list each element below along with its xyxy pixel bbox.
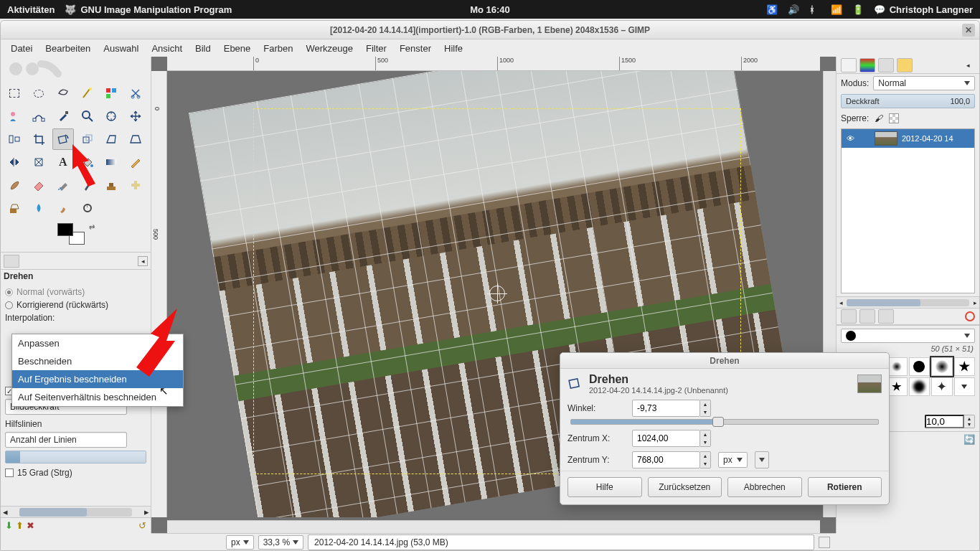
- brush-cell[interactable]: ✦: [931, 377, 953, 396]
- brushes-tab[interactable]: [841, 309, 857, 324]
- guides-count-slider[interactable]: [5, 451, 146, 463]
- layers-list[interactable]: 👁 2012-04-20 14: [841, 128, 975, 293]
- tool-pencil[interactable]: [125, 151, 146, 173]
- activities-button[interactable]: Aktivitäten: [7, 4, 55, 15]
- canvas-hscrollbar[interactable]: [167, 520, 820, 533]
- clipping-option-crop-aspect[interactable]: Auf Seitenverhältnis beschneiden: [12, 388, 183, 406]
- layer-name[interactable]: 2012-04-20 14: [902, 134, 953, 143]
- fg-bg-swatches[interactable]: ⇄: [4, 219, 148, 248]
- tool-paths[interactable]: [28, 105, 50, 127]
- tool-opts-delete-icon[interactable]: ✖: [27, 520, 34, 531]
- tool-perspective-clone[interactable]: [4, 197, 25, 219]
- center-y-spin-buttons[interactable]: ▲▼: [700, 451, 711, 468]
- menu-filters[interactable]: Filter: [360, 41, 392, 56]
- channels-tab[interactable]: [859, 58, 875, 72]
- bluetooth-icon[interactable]: ᚼ: [809, 4, 819, 14]
- window-close-button[interactable]: ✕: [962, 24, 975, 37]
- tool-by-color-select[interactable]: [100, 83, 122, 104]
- tool-eraser[interactable]: [28, 174, 50, 196]
- brush-refresh-icon[interactable]: 🔄: [963, 434, 975, 445]
- tool-measure[interactable]: [100, 105, 122, 127]
- brush-cell[interactable]: [909, 357, 930, 376]
- direction-normal-radio[interactable]: Normal (vorwärts): [5, 286, 146, 298]
- tool-opts-reset-icon[interactable]: ↺: [138, 520, 146, 531]
- brush-cell[interactable]: [954, 377, 976, 396]
- wifi-icon[interactable]: 📶: [831, 4, 841, 14]
- dialog-rotate-button[interactable]: Rotieren: [808, 477, 882, 497]
- layers-hscroll[interactable]: ◂▸: [837, 296, 979, 308]
- fg-color-swatch[interactable]: [57, 223, 73, 236]
- tool-color-picker[interactable]: [52, 105, 74, 127]
- undo-history-tab[interactable]: [897, 58, 913, 72]
- layer-mode-combo[interactable]: Normal: [873, 76, 975, 90]
- tool-cage[interactable]: [28, 151, 50, 173]
- status-cancel-button[interactable]: [819, 537, 830, 548]
- tool-heal[interactable]: [125, 174, 146, 196]
- menu-view[interactable]: Ansicht: [146, 41, 188, 56]
- angle-slider[interactable]: [570, 419, 879, 425]
- menu-layer[interactable]: Ebene: [218, 41, 257, 56]
- menu-file[interactable]: Datei: [5, 41, 38, 56]
- dock-menu-button[interactable]: ◂: [966, 62, 975, 69]
- rotate-dialog[interactable]: Drehen Drehen 2012-04-20 14.14.14.jpg-2 …: [560, 352, 890, 505]
- tool-foreground-select[interactable]: [4, 105, 25, 127]
- angle-input[interactable]: [632, 400, 700, 417]
- tool-iscissors[interactable]: [125, 83, 146, 104]
- tool-opts-restore-icon[interactable]: ⬆: [16, 520, 24, 531]
- clock[interactable]: Mo 16:40: [470, 4, 510, 15]
- menu-image[interactable]: Bild: [189, 41, 217, 56]
- ruler-horizontal[interactable]: 0 500 1000 1500 2000: [167, 57, 820, 71]
- tool-flip[interactable]: [4, 151, 25, 173]
- battery-icon[interactable]: 🔋: [852, 4, 862, 14]
- menu-select[interactable]: Auswahl: [98, 41, 144, 56]
- tool-crop[interactable]: [28, 128, 50, 150]
- ruler-vertical[interactable]: 0 500: [151, 71, 167, 517]
- status-unit-combo[interactable]: px: [226, 535, 254, 550]
- tool-dodge-burn[interactable]: [77, 197, 98, 219]
- center-y-input[interactable]: [632, 451, 700, 468]
- tool-fuzzy-select[interactable]: [77, 83, 98, 104]
- angle-spin-buttons[interactable]: ▲▼: [700, 400, 711, 417]
- tool-move[interactable]: [125, 105, 146, 127]
- gimp-app-indicator[interactable]: 🐺 GNU Image Manipulation Program: [65, 4, 232, 15]
- brush-selector[interactable]: [841, 329, 975, 343]
- tool-free-select[interactable]: [52, 83, 74, 104]
- layer-row[interactable]: 👁 2012-04-20 14: [842, 129, 974, 148]
- tool-ellipse-select[interactable]: [28, 83, 50, 104]
- center-x-spin-buttons[interactable]: ▲▼: [700, 430, 711, 447]
- status-zoom-combo[interactable]: 33,3 %: [258, 535, 303, 550]
- layers-tab[interactable]: [841, 58, 857, 72]
- menu-edit[interactable]: Bearbeiten: [39, 41, 96, 56]
- brush-spacing-spin[interactable]: [925, 415, 964, 428]
- tool-options-hscroll[interactable]: ◂▸: [1, 506, 151, 517]
- dock-detach-button[interactable]: ◂: [138, 256, 148, 266]
- dialog-cancel-button[interactable]: Abbrechen: [727, 477, 802, 497]
- volume-icon[interactable]: 🔊: [788, 4, 798, 14]
- center-unit-combo[interactable]: px: [718, 452, 748, 468]
- a11y-icon[interactable]: ♿: [766, 4, 776, 14]
- tool-opts-save-icon[interactable]: ⬇: [5, 520, 13, 531]
- rotation-pivot[interactable]: [489, 286, 505, 301]
- tool-blur[interactable]: [28, 197, 50, 219]
- layer-opacity-slider[interactable]: Deckkraft 100,0: [841, 94, 975, 108]
- dialog-reset-button[interactable]: Zurücksetzen: [648, 477, 722, 497]
- tool-rect-select[interactable]: [4, 83, 25, 104]
- lock-alpha-icon[interactable]: [889, 113, 899, 123]
- tool-align[interactable]: [4, 128, 25, 150]
- dock-close-button[interactable]: [965, 311, 975, 321]
- swap-colors-icon[interactable]: ⇄: [89, 223, 95, 231]
- center-x-input[interactable]: [632, 430, 700, 447]
- center-link-button[interactable]: [755, 451, 769, 468]
- rotate-dialog-titlebar[interactable]: Drehen: [560, 353, 889, 369]
- menu-colors[interactable]: Farben: [258, 41, 298, 56]
- brush-cell[interactable]: [954, 357, 976, 376]
- patterns-tab[interactable]: [859, 309, 875, 324]
- menu-help[interactable]: Hilfe: [438, 41, 468, 56]
- tool-zoom[interactable]: [77, 105, 98, 127]
- brush-cell[interactable]: [931, 357, 953, 376]
- tool-perspective[interactable]: [125, 128, 146, 150]
- guides-combo[interactable]: Anzahl der Linien: [5, 432, 127, 448]
- menu-windows[interactable]: Fenster: [394, 41, 437, 56]
- brush-cell[interactable]: [909, 377, 930, 396]
- user-menu[interactable]: 💬 Christoph Langner: [874, 4, 973, 15]
